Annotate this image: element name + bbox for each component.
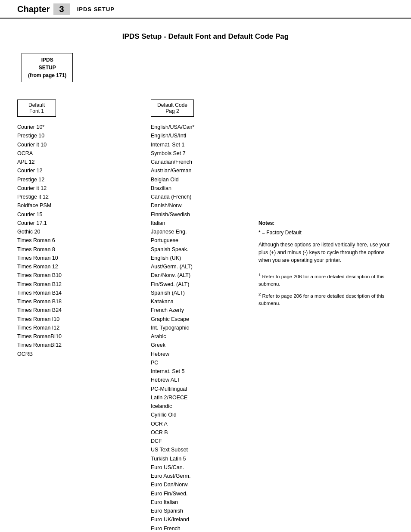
list-item: Times Roman 12 [17, 262, 108, 271]
list-item: Greek [151, 341, 241, 349]
list-item: OCR A [151, 420, 241, 428]
notes-column: Notes: * = Factory Default Although thes… [258, 220, 394, 311]
list-item: PC [151, 358, 241, 367]
list-item: Times Roman 6 [17, 236, 108, 245]
page-title: IPDS Setup - Default Font and Default Co… [34, 32, 377, 41]
list-item: Symbols Set 7 [151, 149, 241, 158]
list-item: Euro Italian [151, 498, 241, 507]
ipds-line3: (from page 171) [28, 72, 66, 78]
list-item: Prestige 10 [17, 131, 108, 140]
list-item: Courier 15 [17, 210, 108, 219]
list-item: Japanese Eng. [151, 227, 241, 236]
list-item: Cyrillic Old [151, 411, 241, 419]
list-item: Times Roman B12 [17, 280, 108, 289]
list-item: Internat. Set 5 [151, 367, 241, 376]
list-item: Boldface PSM [17, 201, 108, 210]
code-list: English/USA/Can*English/US/IntlInternat.… [151, 123, 241, 532]
list-item: Fin/Swed. (ALT) [151, 280, 241, 289]
font-header-line1: Default [28, 102, 45, 108]
factory-default-note: * = Factory Default [258, 229, 394, 236]
list-item: Euro US/Can. [151, 463, 241, 472]
footnotes: 1 Refer to page 206 for a more detailed … [258, 272, 394, 308]
list-item: English/US/Intl [151, 131, 241, 140]
list-item: Internat. Set 1 [151, 140, 241, 149]
list-item: Aust/Germ. (ALT) [151, 262, 241, 271]
list-item: Euro UK/Ireland [151, 515, 241, 524]
notes-content: * = Factory Default Although these optio… [258, 229, 394, 264]
list-item: Finnish/Swedish [151, 210, 241, 219]
font-column-header: Default Font 1 [17, 100, 56, 117]
font-header-line2: Font 1 [29, 108, 44, 114]
list-item: Times RomanBI12 [17, 341, 108, 349]
code-column-header: Default Code Pag 2 [151, 100, 194, 117]
list-item: Spanish Speak. [151, 245, 241, 254]
list-item: Arabic [151, 332, 241, 341]
list-item: Portuguese [151, 236, 241, 245]
list-item: Times Roman 8 [17, 245, 108, 254]
list-item: Prestige it 12 [17, 193, 108, 201]
list-item: Times Roman B24 [17, 306, 108, 314]
font-column: Default Font 1 Courier 10*Prestige 10Cou… [17, 100, 108, 358]
list-item: Times Roman B14 [17, 289, 108, 297]
header: Chapter 3 IPDS SETUP [0, 0, 411, 19]
list-item: Hebrew [151, 350, 241, 358]
list-item: Latin 2/ROECE [151, 393, 241, 402]
list-item: Spanish (ALT) [151, 289, 241, 297]
list-item: Hebrew ALT [151, 376, 241, 384]
list-item: Courier 12 [17, 166, 108, 175]
list-item: PC-Multilingual [151, 385, 241, 393]
list-item: OCR B [151, 428, 241, 437]
list-item: Prestige 12 [17, 175, 108, 184]
list-item: US Text Subset [151, 445, 241, 454]
list-item: Katakana [151, 297, 241, 306]
list-item: Euro Spanish [151, 507, 241, 515]
list-item: Times RomanBI10 [17, 332, 108, 341]
list-item: Turkish Latin 5 [151, 454, 241, 463]
list-item: OCRB [17, 350, 108, 358]
list-item: French Azerty [151, 306, 241, 314]
notes-title: Notes: [258, 220, 394, 226]
list-item: Canada (French) [151, 193, 241, 201]
list-item: English/USA/Can* [151, 123, 241, 131]
content-area: IPDS Setup - Default Font and Default Co… [0, 32, 411, 532]
code-column: Default Code Pag 2 English/USA/Can*Engli… [151, 100, 241, 532]
list-item: Belgian Old [151, 175, 241, 184]
list-item: Times Roman I10 [17, 315, 108, 324]
ipds-line1: IPDS [41, 57, 53, 63]
chapter-label: Chapter [17, 4, 50, 14]
page: Chapter 3 IPDS SETUP IPDS Setup - Defaul… [0, 0, 411, 532]
code-header-line1: Default Code [157, 102, 187, 108]
footnote2: 2 Refer to page 206 for a more detailed … [258, 291, 394, 307]
chapter-number: 3 [53, 3, 70, 15]
columns-area: Default Font 1 Courier 10*Prestige 10Cou… [17, 100, 394, 532]
list-item: Austrian/German [151, 166, 241, 175]
list-item: Euro Dan/Norw. [151, 480, 241, 489]
footnote2-super: 2 [258, 292, 261, 296]
list-item: DCF [151, 437, 241, 445]
list-item: Courier 17.1 [17, 219, 108, 227]
list-item: Graphic Escape [151, 315, 241, 324]
list-item: Courier it 10 [17, 140, 108, 149]
description-note: Although these options are listed vertic… [258, 241, 394, 264]
list-item: Times Roman 10 [17, 254, 108, 262]
footnote1-super: 1 [258, 272, 261, 277]
footnote1-text: Refer to page 206 for a more detailed de… [258, 274, 384, 286]
list-item: Canadian/French [151, 158, 241, 166]
list-item: Italian [151, 219, 241, 227]
list-item: Times Roman B18 [17, 297, 108, 306]
list-item: Int. Typographic [151, 324, 241, 332]
list-item: English (UK) [151, 254, 241, 262]
list-item: Dan/Norw. (ALT) [151, 271, 241, 280]
code-header-line2: Pag 2 [165, 108, 179, 114]
list-item: APL 12 [17, 158, 108, 166]
header-title: IPDS SETUP [77, 6, 115, 12]
list-item: Icelandic [151, 402, 241, 411]
ipds-setup-box: IPDS SETUP (from page 171) [22, 53, 73, 82]
footnote2-text: Refer to page 206 for a more detailed de… [258, 293, 384, 306]
list-item: Gothic 20 [17, 227, 108, 236]
list-item: Euro Aust/Germ. [151, 472, 241, 480]
list-item: Euro Fin/Swed. [151, 489, 241, 498]
list-item: Brazilian [151, 184, 241, 193]
list-item: Times Roman I12 [17, 324, 108, 332]
font-list: Courier 10*Prestige 10Courier it 10OCRAA… [17, 123, 108, 358]
